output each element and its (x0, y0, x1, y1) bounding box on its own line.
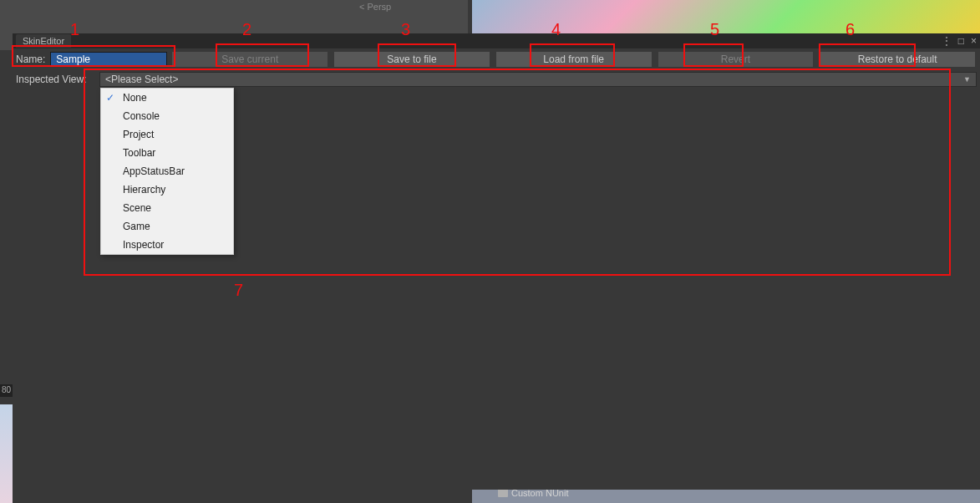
skin-editor-window: SkinEditor ⋮ □ × Name: Save current Save… (13, 33, 980, 485)
dropdown-selected: <Please Select> (105, 74, 178, 85)
dropdown-item-label: Hierarchy (123, 184, 165, 196)
dropdown-item[interactable]: Console (101, 107, 233, 125)
dropdown-item-label: Game (123, 221, 150, 232)
save-current-button[interactable]: Save current (172, 52, 328, 67)
dropdown-item-label: Console (123, 110, 160, 122)
dropdown-item[interactable]: Game (101, 217, 233, 236)
dropdown-item-label: Inspector (123, 239, 164, 251)
dropdown-item[interactable]: Scene (101, 199, 233, 217)
name-input[interactable] (50, 52, 167, 67)
dropdown-item-label: Project (123, 129, 154, 140)
persp-label: < Persp (359, 2, 391, 12)
inspected-dropdown[interactable]: <Please Select> ▼ ✓NoneConsoleProjectToo… (99, 72, 977, 87)
dropdown-item-label: Scene (123, 202, 151, 214)
dropdown-menu: ✓NoneConsoleProjectToolbarAppStatusBarHi… (100, 88, 234, 255)
inspected-label: Inspected View: (16, 74, 99, 85)
window-controls: ⋮ □ × (942, 35, 977, 47)
check-icon: ✓ (106, 92, 114, 104)
dropdown-item[interactable]: Inspector (101, 236, 233, 254)
maximize-icon[interactable]: □ (958, 35, 964, 47)
bg-inspector-strip (0, 404, 13, 503)
load-from-file-button[interactable]: Load from file (496, 52, 652, 67)
dropdown-item[interactable]: Project (101, 125, 233, 144)
bg-status-left: 80 (0, 384, 13, 397)
inspected-row: Inspected View: <Please Select> ▼ ✓NoneC… (13, 70, 980, 89)
chevron-down-icon: ▼ (963, 75, 971, 84)
dropdown-item-label: None (123, 92, 147, 104)
restore-default-button[interactable]: Restore to default (820, 52, 975, 67)
window-titlebar[interactable]: SkinEditor ⋮ □ × (13, 33, 980, 48)
menu-icon[interactable]: ⋮ (942, 35, 952, 47)
folder-icon (498, 489, 508, 497)
revert-button[interactable]: Revert (658, 52, 814, 67)
dropdown-item[interactable]: Toolbar (101, 144, 233, 162)
dropdown-item-label: AppStatusBar (123, 165, 185, 177)
save-to-file-button[interactable]: Save to file (334, 52, 490, 67)
dropdown-item[interactable]: AppStatusBar (101, 162, 233, 180)
dropdown-item[interactable]: ✓None (101, 89, 233, 107)
close-icon[interactable]: × (971, 35, 977, 47)
window-title: SkinEditor (16, 34, 71, 48)
toolbar: Name: Save current Save to file Load fro… (13, 48, 980, 70)
name-label: Name: (16, 53, 47, 65)
dropdown-item-label: Toolbar (123, 147, 155, 159)
dropdown-item[interactable]: Hierarchy (101, 180, 233, 199)
